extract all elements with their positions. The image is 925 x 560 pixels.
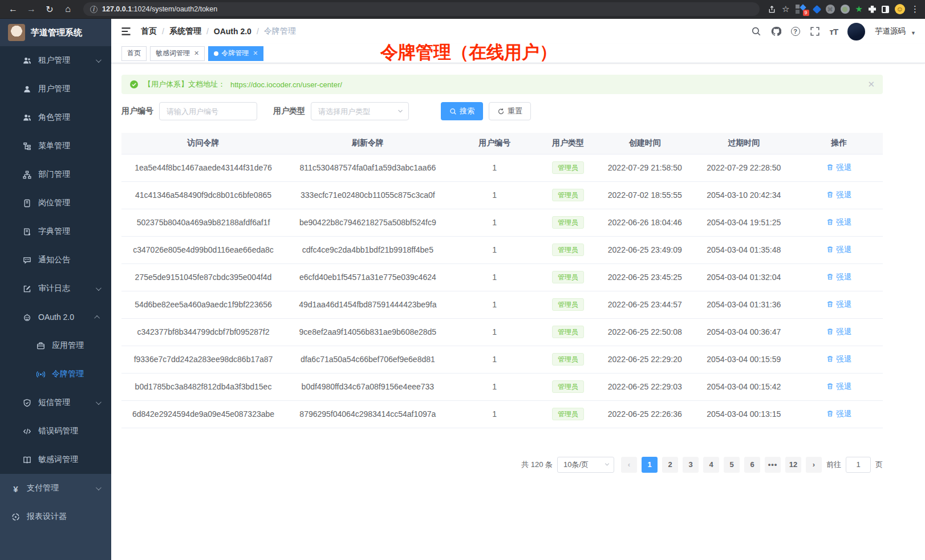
- close-icon[interactable]: ✕: [867, 79, 875, 90]
- force-logout-button[interactable]: 强退: [826, 354, 851, 364]
- sidebar-item-oauth2[interactable]: OAuth 2.0: [0, 303, 111, 331]
- extension-badge-icon[interactable]: 9: [796, 4, 808, 14]
- tab-sensitive-word[interactable]: 敏感词管理 ✕: [150, 46, 205, 61]
- sidebar-item-payment[interactable]: ¥ 支付管理: [0, 474, 111, 502]
- browser-reload-button[interactable]: ↻: [42, 2, 57, 17]
- trash-icon: [826, 410, 834, 417]
- force-logout-button[interactable]: 强退: [826, 245, 851, 255]
- sidebar-toggle-icon[interactable]: [882, 6, 889, 13]
- success-check-icon: [129, 80, 139, 89]
- search-button[interactable]: 搜索: [441, 102, 483, 120]
- search-icon[interactable]: [751, 26, 761, 36]
- site-info-icon[interactable]: i: [90, 6, 98, 13]
- sidebar-item-dept[interactable]: 部门管理: [0, 160, 111, 189]
- force-logout-button[interactable]: 强退: [826, 190, 851, 200]
- pagination-page-4[interactable]: 4: [703, 457, 719, 473]
- circle-extension-icon[interactable]: [841, 5, 850, 14]
- puzzle-extensions-icon[interactable]: [869, 6, 876, 13]
- pagination-page-6[interactable]: 6: [744, 457, 760, 473]
- table-row: 6d842e2924594de9a09e45e087323abe 8796295…: [121, 400, 883, 428]
- app-logo-row[interactable]: 芋道管理系统: [0, 19, 111, 46]
- access-token-cell: 1ea5e44f8bc1467aaede43144f31de76: [121, 154, 285, 181]
- diamond-extension-icon[interactable]: [812, 5, 821, 14]
- pagination-page-12[interactable]: 12: [785, 457, 801, 473]
- browser-back-button[interactable]: ←: [6, 2, 21, 17]
- user-id-cell: 1: [451, 346, 539, 373]
- action-cell: 强退: [795, 154, 883, 181]
- force-logout-button[interactable]: 强退: [826, 299, 851, 310]
- sidebar-item-user[interactable]: 用户管理: [0, 75, 111, 103]
- user-avatar[interactable]: [847, 23, 865, 40]
- user-id-cell: 1: [451, 236, 539, 263]
- tab-home[interactable]: 首页: [121, 46, 147, 61]
- user-id-cell: 1: [451, 263, 539, 291]
- force-logout-button[interactable]: 强退: [826, 382, 851, 392]
- sidebar-item-sms[interactable]: 短信管理: [0, 388, 111, 417]
- tab-token[interactable]: 令牌管理 ✕: [208, 46, 263, 61]
- force-logout-button[interactable]: 强退: [826, 163, 851, 173]
- share-icon[interactable]: [768, 5, 776, 14]
- chevron-down-icon: [397, 108, 404, 115]
- sidebar-item-error-code[interactable]: 错误码管理: [0, 417, 111, 445]
- kebab-menu-icon[interactable]: ⋮: [911, 4, 919, 14]
- hamburger-icon[interactable]: [120, 26, 132, 37]
- page-size-select[interactable]: 10条/页: [557, 457, 614, 473]
- doc-alert-banner: 【用户体系】文档地址： https://doc.iocoder.cn/user-…: [121, 75, 883, 94]
- doc-link[interactable]: https://doc.iocoder.cn/user-center/: [230, 80, 342, 89]
- pagination-page-1[interactable]: 1: [642, 457, 658, 473]
- user-id-input[interactable]: [159, 102, 257, 120]
- sidebar-item-menu[interactable]: 菜单管理: [0, 132, 111, 160]
- pagination-page-2[interactable]: 2: [662, 457, 678, 473]
- sidebar-item-tenant[interactable]: 租户管理: [0, 46, 111, 75]
- force-logout-button[interactable]: 强退: [826, 409, 851, 419]
- close-icon[interactable]: ✕: [194, 50, 199, 57]
- profile-avatar-icon[interactable]: ☺: [895, 4, 905, 14]
- sidebar-item-post[interactable]: 岗位管理: [0, 189, 111, 217]
- pagination-page-5[interactable]: 5: [724, 457, 740, 473]
- goto-page-input[interactable]: [846, 457, 871, 473]
- font-size-icon[interactable]: тT: [830, 27, 838, 36]
- browser-home-button[interactable]: ⌂: [60, 2, 75, 17]
- address-bar[interactable]: i 127.0.0.1:1024/system/oauth2/token: [83, 2, 760, 16]
- trash-icon: [826, 191, 834, 198]
- close-icon[interactable]: ✕: [253, 50, 258, 57]
- pagination-next-button[interactable]: ›: [806, 457, 822, 473]
- reset-button[interactable]: 重置: [489, 102, 531, 120]
- fullscreen-icon[interactable]: [810, 26, 820, 36]
- sidebar-item-dict[interactable]: 字典管理: [0, 217, 111, 246]
- action-cell: 强退: [795, 318, 883, 346]
- active-dot-icon: [214, 51, 218, 56]
- breadcrumb-oauth2[interactable]: OAuth 2.0: [214, 27, 251, 36]
- sidebar-item-report-designer[interactable]: 报表设计器: [0, 502, 111, 531]
- username-label[interactable]: 芋道源码: [875, 26, 906, 36]
- pagination-page-3[interactable]: 3: [683, 457, 699, 473]
- search-icon: [449, 108, 457, 115]
- github-icon[interactable]: [771, 26, 781, 36]
- user-type-select[interactable]: [311, 102, 409, 120]
- force-logout-button[interactable]: 强退: [826, 217, 851, 228]
- chevron-down-icon[interactable]: ▼: [911, 27, 916, 36]
- breadcrumb-system[interactable]: 系统管理: [169, 26, 201, 36]
- pagination-prev-button[interactable]: ‹: [621, 457, 637, 473]
- green-star-extension-icon[interactable]: ★: [855, 4, 863, 14]
- sidebar-item-notice[interactable]: 通知公告: [0, 246, 111, 274]
- expire-time-cell: 2054-03-04 01:32:04: [692, 263, 795, 291]
- pagination-ellipsis[interactable]: •••: [765, 457, 781, 473]
- command-extension-icon[interactable]: ⌘: [826, 5, 835, 14]
- browser-forward-button[interactable]: →: [24, 2, 39, 17]
- bookmark-star-icon[interactable]: ☆: [782, 4, 789, 14]
- user-type-cell: 管理员: [539, 209, 598, 236]
- sidebar-item-oauth2-app[interactable]: 应用管理: [0, 331, 111, 360]
- force-logout-button[interactable]: 强退: [826, 272, 851, 282]
- sidebar-item-role[interactable]: 角色管理: [0, 103, 111, 132]
- sidebar-item-audit-log[interactable]: 审计日志: [0, 274, 111, 303]
- help-icon[interactable]: ?: [791, 27, 800, 36]
- force-logout-button[interactable]: 强退: [826, 327, 851, 337]
- expire-time-cell: 2054-03-04 01:35:48: [692, 236, 795, 263]
- navbar-actions: ? тT 芋道源码 ▼: [751, 23, 916, 40]
- tree-icon: [23, 142, 31, 151]
- sidebar-item-sensitive-word[interactable]: 敏感词管理: [0, 445, 111, 474]
- tag-tabs-bar: 首页 敏感词管理 ✕ 令牌管理 ✕: [111, 44, 925, 63]
- breadcrumb-home[interactable]: 首页: [141, 26, 157, 36]
- sidebar-item-oauth2-token[interactable]: 令牌管理: [0, 360, 111, 388]
